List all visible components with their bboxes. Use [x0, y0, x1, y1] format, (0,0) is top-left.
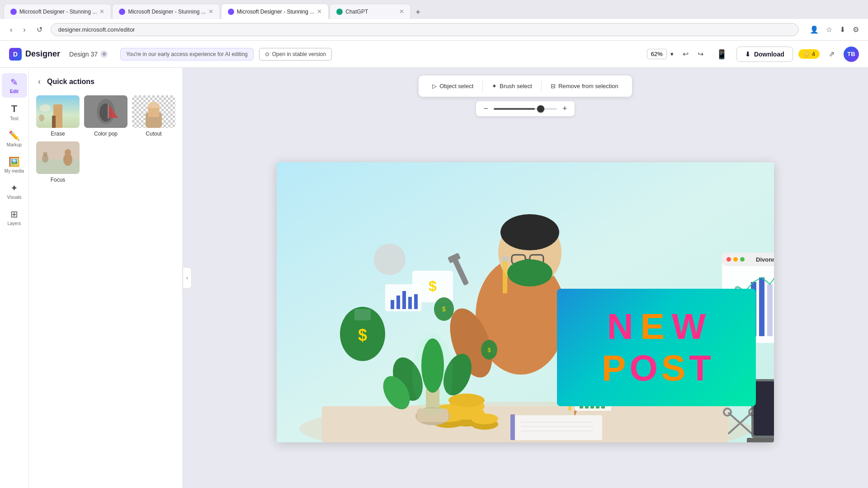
- qa-item-cutout[interactable]: Cutout: [132, 95, 175, 137]
- tab-label-4: ChatGPT: [345, 9, 368, 15]
- tab-label-2: Microsoft Designer - Stunning ...: [128, 9, 205, 15]
- qa-label-focus: Focus: [51, 177, 66, 183]
- design-canvas: $ $ $ $: [277, 162, 774, 442]
- svg-rect-4: [52, 116, 56, 128]
- undo-button[interactable]: ↩: [679, 47, 692, 61]
- browser-tab-3[interactable]: Microsoft Designer - Stunning ... ✕: [221, 4, 329, 19]
- qa-thumb-focus: [36, 141, 80, 174]
- svg-rect-38: [354, 309, 371, 320]
- sidebar-item-visuals[interactable]: ✦ Visuals: [2, 179, 27, 203]
- star-icon[interactable]: ☆: [824, 23, 834, 36]
- svg-rect-71: [512, 415, 602, 440]
- svg-rect-49: [391, 300, 394, 309]
- tab-close-4[interactable]: ✕: [399, 8, 404, 15]
- qa-thumb-colorpop: [84, 95, 127, 128]
- panel-back-button[interactable]: ‹: [36, 75, 42, 88]
- quick-actions-grid: Erase: [36, 95, 175, 183]
- letter-n: N: [607, 306, 633, 347]
- svg-point-20: [65, 149, 71, 155]
- canvas-image[interactable]: $ $ $ $: [277, 162, 774, 442]
- browser-frame: Microsoft Designer - Stunning ... ✕ Micr…: [0, 0, 868, 488]
- download-button[interactable]: ⬇ Download: [736, 47, 793, 62]
- app-container: D Designer Design 37 ⚙ You're in our ear…: [0, 41, 868, 488]
- app-logo: D Designer: [9, 48, 60, 61]
- svg-rect-16: [36, 160, 80, 174]
- svg-text:$: $: [442, 305, 446, 313]
- address-bar: ‹ › ↺ designer.microsoft.com/editor 👤 ☆ …: [0, 19, 868, 41]
- sidebar-item-text[interactable]: T Text: [2, 99, 27, 125]
- canvas-wrapper: $ $ $ $: [183, 117, 868, 488]
- zoom-slider-track[interactable]: [494, 108, 557, 110]
- svg-point-91: [374, 244, 406, 275]
- reload-button[interactable]: ↺: [34, 23, 45, 36]
- sidebar-item-markup[interactable]: ✏️ Markup: [2, 127, 27, 151]
- svg-point-90: [412, 334, 453, 415]
- qa-item-erase[interactable]: Erase: [36, 95, 80, 137]
- svg-text:$: $: [358, 326, 367, 344]
- brush-select-button[interactable]: ✦ Brush select: [486, 79, 538, 93]
- qa-thumb-erase: [36, 95, 80, 128]
- object-select-icon: ▷: [432, 83, 437, 89]
- user-avatar[interactable]: TB: [844, 47, 859, 62]
- url-text: designer.microsoft.com/editor: [58, 26, 135, 33]
- panel-title: Quick actions: [47, 78, 94, 86]
- canvas-area: ‹ ▷ Object select ✦ Brush select ⊟: [183, 68, 868, 488]
- browser-tab-1[interactable]: Microsoft Designer - Stunning ... ✕: [4, 4, 111, 19]
- tab-close-1[interactable]: ✕: [99, 8, 104, 15]
- share-button[interactable]: ⇗: [825, 47, 838, 61]
- svg-rect-114: [759, 277, 764, 336]
- svg-rect-115: [767, 284, 773, 336]
- object-select-button[interactable]: ▷ Object select: [426, 79, 480, 93]
- letter-o: O: [629, 347, 657, 389]
- zoom-plus-button[interactable]: +: [561, 104, 569, 113]
- qa-item-colorpop[interactable]: Color pop: [84, 95, 127, 137]
- left-panel: ‹ Quick actions: [29, 68, 183, 488]
- forward-button[interactable]: ›: [20, 24, 28, 36]
- svg-rect-52: [408, 297, 412, 309]
- browser-tab-4[interactable]: ChatGPT ✕: [330, 4, 411, 19]
- letter-e: E: [640, 306, 664, 347]
- toolbar-divider-1: [482, 81, 483, 92]
- new-tab-button[interactable]: +: [412, 6, 424, 19]
- tab-close-3[interactable]: ✕: [317, 8, 322, 15]
- zoom-dropdown[interactable]: 62%: [647, 49, 667, 59]
- zoom-slider-fill: [494, 108, 535, 110]
- mobile-preview-button[interactable]: 📱: [712, 46, 731, 62]
- download-manager-icon[interactable]: ⬇: [838, 23, 847, 36]
- tab-close-2[interactable]: ✕: [208, 8, 213, 15]
- design-edit-badge[interactable]: ⚙: [100, 51, 108, 58]
- design-name-container: Design 37 ⚙: [69, 51, 108, 58]
- open-stable-button[interactable]: ⊙ Open in stable version: [259, 48, 332, 61]
- sidebar-item-edit[interactable]: ✎ Edit: [2, 73, 27, 98]
- panel-header: ‹ Quick actions: [36, 75, 175, 88]
- browser-tab-2[interactable]: Microsoft Designer - Stunning ... ✕: [112, 4, 220, 19]
- tab-favicon-4: [336, 9, 343, 15]
- remove-selection-icon: ⊟: [551, 83, 556, 89]
- remove-from-selection-button[interactable]: ⊟ Remove from selection: [544, 79, 625, 93]
- logo-icon: D: [9, 48, 22, 61]
- svg-point-5: [39, 114, 44, 122]
- tab-favicon-1: [10, 9, 17, 15]
- qa-item-focus[interactable]: Focus: [36, 141, 80, 183]
- url-bar[interactable]: designer.microsoft.com/editor: [51, 23, 799, 36]
- tab-label-1: Microsoft Designer - Stunning ...: [19, 9, 97, 15]
- edit-icon: ✎: [10, 77, 18, 88]
- redo-button[interactable]: ↪: [694, 47, 707, 61]
- zoom-slider-thumb[interactable]: [537, 105, 544, 113]
- sidebar-label-edit: Edit: [10, 89, 19, 94]
- svg-point-26: [500, 214, 559, 250]
- extensions-icon[interactable]: ⚙: [851, 23, 861, 36]
- chevron-down-icon: ▾: [670, 51, 674, 57]
- svg-rect-50: [396, 296, 400, 309]
- browser-icons: 👤 ☆ ⬇ ⚙: [808, 23, 861, 36]
- zoom-minus-button[interactable]: −: [481, 104, 490, 113]
- toolbar-divider-2: [541, 81, 542, 92]
- collapse-panel-handle[interactable]: ‹: [183, 267, 192, 289]
- sidebar-item-layers[interactable]: ⊞ Layers: [2, 205, 27, 230]
- back-button[interactable]: ‹: [7, 24, 15, 36]
- sidebar-item-mymedia[interactable]: 🖼️ My media: [2, 153, 27, 177]
- layers-icon: ⊞: [10, 209, 18, 220]
- qa-label-colorpop: Color pop: [94, 131, 118, 137]
- mymedia-icon: 🖼️: [9, 156, 20, 167]
- profile-icon[interactable]: 👤: [808, 23, 821, 36]
